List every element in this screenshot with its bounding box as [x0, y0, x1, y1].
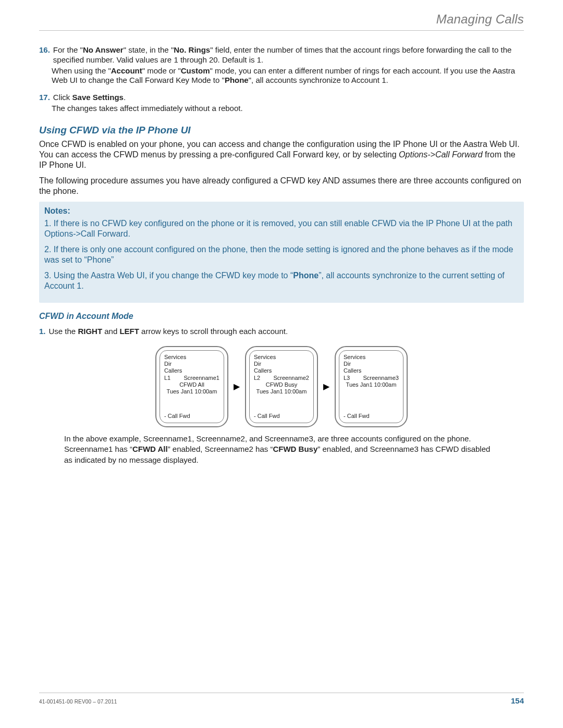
note-item: 3. Using the Aastra Web UI, if you chang…: [44, 270, 519, 291]
note-item: 2. If there is only one account configur…: [44, 244, 519, 265]
screen-line: Callers: [344, 367, 399, 374]
step-number: 17.: [39, 93, 50, 103]
subsection-heading: CFWD in Account Mode: [39, 311, 524, 322]
screen-line: Callers: [254, 367, 309, 374]
screen-line: L1 Screenname1: [164, 375, 219, 381]
paragraph: Once CFWD is enabled on your phone, you …: [39, 139, 524, 170]
step-17-continued: The changes takes affect immediately wit…: [39, 104, 524, 114]
doc-id: 41-001451-00 REV00 – 07.2011: [39, 699, 117, 706]
screen-line: Callers: [164, 367, 219, 374]
figure-caption: In the above example, Screenname1, Scree…: [64, 434, 499, 465]
step-text: For the "No Answer" state, in the "No. R…: [53, 45, 524, 65]
step-number: 1.: [39, 327, 46, 337]
section-heading: Using CFWD via the IP Phone UI: [39, 124, 524, 137]
page-number: 154: [511, 696, 524, 706]
arrow-right-icon: ▶: [232, 381, 241, 392]
notes-label: Notes:: [44, 206, 519, 216]
step-16: 16. For the "No Answer" state, in the "N…: [39, 45, 524, 85]
notes-box: Notes: 1. If there is no CFWD key config…: [39, 202, 524, 303]
phone-screen: Services Dir Callers L1 Screenname1 CFWD…: [155, 346, 228, 427]
screen-line: Services: [164, 354, 219, 361]
note-item: 1. If there is no CFWD key configured on…: [44, 218, 519, 239]
screen-line: Services: [254, 354, 309, 361]
screen-line: Dir: [344, 361, 399, 367]
step-16-continued: When using the "Account" mode or "Custom…: [39, 66, 524, 86]
step-1: 1. Use the RIGHT and LEFT arrow keys to …: [39, 327, 524, 337]
screen-line: L2 Screenname2: [254, 375, 309, 381]
screen-line: Dir: [164, 361, 219, 367]
step-17: 17. Click Save Settings. The changes tak…: [39, 93, 524, 114]
screen-line: Dir: [254, 361, 309, 367]
screen-line: L3 Screenname3: [344, 375, 399, 381]
page-body: Managing Calls 16. For the "No Answer" s…: [39, 11, 524, 465]
step-number: 16.: [39, 45, 50, 65]
page-footer: 41-001451-00 REV00 – 07.2011 154: [39, 693, 524, 706]
screen-date: Tues Jan1 10:00am: [164, 388, 219, 395]
screen-date: Tues Jan1 10:00am: [344, 381, 399, 388]
screen-line: Services: [344, 354, 399, 361]
phone-screens-row: Services Dir Callers L1 Screenname1 CFWD…: [39, 346, 524, 427]
screen-status: CFWD Busy: [254, 381, 309, 388]
screen-callfwd: - Call Fwd: [164, 413, 219, 419]
phone-screen: Services Dir Callers L3 Screenname3 Tues…: [335, 346, 408, 427]
running-header: Managing Calls: [39, 11, 524, 31]
screen-status: CFWD All: [164, 381, 219, 388]
screen-date: Tues Jan1 10:00am: [254, 388, 309, 395]
arrow-right-icon: ▶: [322, 381, 331, 392]
screen-callfwd: - Call Fwd: [344, 413, 399, 419]
step-text: Click Save Settings.: [53, 93, 126, 103]
step-text: Use the RIGHT and LEFT arrow keys to scr…: [49, 327, 288, 337]
phone-screen: Services Dir Callers L2 Screenname2 CFWD…: [245, 346, 318, 427]
paragraph: The following procedure assumes you have…: [39, 176, 524, 196]
screen-callfwd: - Call Fwd: [254, 413, 309, 419]
